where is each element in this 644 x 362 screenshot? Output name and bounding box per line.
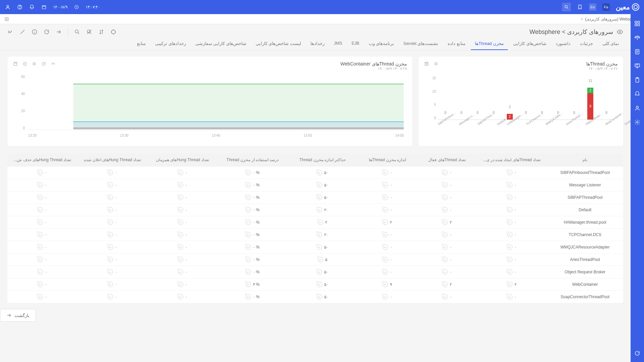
nav-grid-icon[interactable]: [634, 20, 641, 27]
cell-chart-icon[interactable]: [246, 294, 251, 300]
tab-2[interactable]: داشبورد: [552, 38, 575, 50]
back-button[interactable]: بازگشت: [0, 309, 36, 322]
bell-icon[interactable]: [29, 4, 35, 10]
cell-chart-icon[interactable]: [442, 282, 448, 287]
cell-chart-icon[interactable]: [442, 182, 448, 188]
cell-chart-icon[interactable]: [317, 195, 322, 200]
cell-chart-icon[interactable]: [178, 170, 183, 175]
cell-chart-icon[interactable]: [317, 207, 322, 213]
cell-chart-icon[interactable]: [317, 282, 322, 287]
cell-chart-icon[interactable]: [507, 282, 512, 287]
table-header[interactable]: تعداد Threadهای ایجاد شده در ی...: [477, 153, 547, 167]
cell-chart-icon[interactable]: [317, 269, 322, 275]
cell-chart-icon[interactable]: [317, 232, 322, 237]
cell-chart-icon[interactable]: [178, 282, 183, 287]
cell-chart-icon[interactable]: [246, 257, 251, 262]
table-row[interactable]: AriesThreadPool۰۰۰۵۰ %۰۰۰: [7, 254, 623, 266]
tab-6[interactable]: نشست‌های Servlet: [399, 38, 442, 50]
lang-en[interactable]: En: [589, 3, 596, 11]
cell-chart-icon[interactable]: [178, 257, 183, 262]
cell-chart-icon[interactable]: [246, 195, 251, 200]
nav-gear-icon[interactable]: [634, 119, 641, 126]
table-row[interactable]: WebContainer۲۲۹۵۰۴ %۰۰۰: [7, 278, 623, 291]
cell-chart-icon[interactable]: [178, 220, 183, 225]
cell-chart-icon[interactable]: [38, 182, 43, 188]
cell-chart-icon[interactable]: [317, 244, 322, 250]
cell-chart-icon[interactable]: [246, 207, 251, 213]
table-header[interactable]: اندازه مخزن Threadها: [358, 153, 417, 167]
panel2-save-icon[interactable]: [13, 61, 18, 66]
tab-12[interactable]: شاخص‌های کارایی سفارشی: [191, 38, 250, 50]
cell-chart-icon[interactable]: [317, 170, 322, 175]
cell-chart-icon[interactable]: [108, 244, 113, 250]
cell-chart-icon[interactable]: [507, 294, 512, 300]
table-row[interactable]: Message Listener۰۰۰۵۰۰ %۰۰۰: [7, 179, 623, 191]
cell-chart-icon[interactable]: [318, 220, 323, 225]
table-header[interactable]: حداکثر اندازه مخزن Thread: [288, 153, 358, 167]
tab-8[interactable]: EJB: [348, 38, 363, 50]
cell-chart-icon[interactable]: [442, 170, 448, 175]
cell-chart-icon[interactable]: [178, 182, 183, 188]
cell-chart-icon[interactable]: [246, 269, 251, 275]
nav-alert-icon[interactable]: [634, 91, 641, 97]
cell-chart-icon[interactable]: [108, 170, 113, 175]
cell-chart-icon[interactable]: [38, 294, 43, 300]
cell-chart-icon[interactable]: [507, 170, 512, 175]
tb-arrow-icon[interactable]: [56, 29, 62, 35]
cell-chart-icon[interactable]: [38, 269, 43, 275]
cell-chart-icon[interactable]: [38, 220, 43, 225]
cell-chart-icon[interactable]: [246, 244, 251, 250]
collapse-icon[interactable]: [4, 16, 9, 22]
tab-0[interactable]: نمای کلی: [598, 38, 623, 50]
tab-4[interactable]: مخزن Threadها: [471, 38, 508, 50]
nav-scale-icon[interactable]: [634, 34, 641, 41]
cell-chart-icon[interactable]: [442, 232, 448, 237]
cell-chart-icon[interactable]: [383, 182, 388, 188]
cell-chart-icon[interactable]: [178, 244, 183, 250]
search-icon[interactable]: [562, 3, 571, 11]
cell-chart-icon[interactable]: [383, 170, 388, 175]
cell-chart-icon[interactable]: [318, 257, 323, 262]
cell-chart-icon[interactable]: [178, 195, 183, 200]
tab-3[interactable]: شاخص‌های کارایی: [509, 38, 550, 50]
cell-chart-icon[interactable]: [246, 182, 251, 188]
cell-chart-icon[interactable]: [108, 282, 113, 287]
nav-refresh-icon[interactable]: [634, 350, 641, 357]
table-header[interactable]: تعداد Hung Threadهای حذف ش...: [7, 153, 78, 167]
cell-chart-icon[interactable]: [108, 269, 113, 275]
cell-chart-icon[interactable]: [383, 195, 388, 200]
tb-chart-icon[interactable]: [7, 29, 13, 35]
table-row[interactable]: Default۰۰۰۲۰۰ %۰۰۰: [7, 204, 623, 216]
table-header[interactable]: نام: [547, 153, 623, 167]
cell-chart-icon[interactable]: [108, 182, 113, 188]
cell-chart-icon[interactable]: [383, 294, 388, 300]
panel2-refresh-icon[interactable]: [41, 61, 46, 66]
cell-chart-icon[interactable]: [383, 207, 388, 213]
table-row[interactable]: Object Request Broker۰۰۰۵۰۰ %۰۰۰: [7, 266, 623, 278]
cell-chart-icon[interactable]: [507, 232, 512, 237]
tab-9[interactable]: JMS: [330, 38, 346, 50]
tb-nosearch-icon[interactable]: [86, 29, 92, 35]
cell-chart-icon[interactable]: [246, 220, 251, 225]
cell-chart-icon[interactable]: [442, 207, 448, 213]
tab-1[interactable]: جزئیات: [576, 38, 597, 50]
panel2-menu-icon[interactable]: [32, 61, 37, 66]
cell-chart-icon[interactable]: [383, 269, 388, 275]
nav-clipboard-icon[interactable]: [634, 77, 641, 83]
cell-chart-icon[interactable]: [38, 207, 43, 213]
cell-chart-icon[interactable]: [246, 282, 251, 287]
panel2-gauge-icon[interactable]: [50, 61, 56, 66]
cell-chart-icon[interactable]: [442, 220, 448, 225]
cell-chart-icon[interactable]: [507, 257, 512, 262]
cell-chart-icon[interactable]: [108, 195, 113, 200]
cell-chart-icon[interactable]: [38, 232, 43, 237]
cell-chart-icon[interactable]: [38, 244, 43, 250]
cell-chart-icon[interactable]: [383, 220, 388, 225]
cell-chart-icon[interactable]: [108, 232, 113, 237]
tab-10[interactable]: رخدادها: [306, 38, 329, 50]
cell-chart-icon[interactable]: [383, 282, 388, 287]
cell-chart-icon[interactable]: [317, 294, 322, 300]
table-header[interactable]: تعداد Hung Threadهای همزمان: [148, 153, 218, 167]
cell-chart-icon[interactable]: [507, 220, 512, 225]
panel-menu-icon[interactable]: [433, 61, 439, 66]
